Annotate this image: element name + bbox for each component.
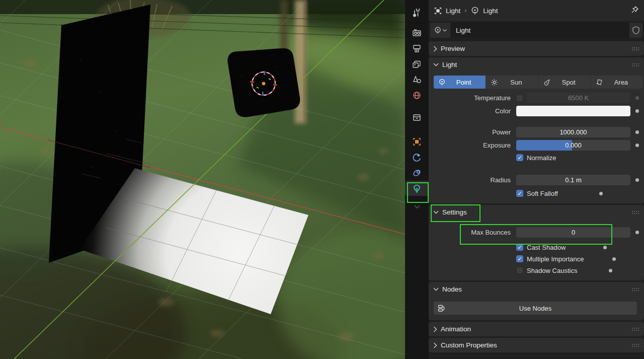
panel-drag-handle[interactable] <box>631 327 639 331</box>
breadcrumb: Light › Light <box>429 0 644 21</box>
output-icon <box>412 44 422 53</box>
normalize-label: Normalize <box>527 154 556 162</box>
power-row: Power 1000.000 <box>429 127 644 137</box>
panel-light: Light Point <box>429 57 644 203</box>
decorator-dot[interactable] <box>635 96 639 100</box>
normalize-checkbox[interactable] <box>516 154 523 161</box>
panel-title: Preview <box>441 45 465 52</box>
panel-settings-header[interactable]: Settings <box>429 205 644 220</box>
panel-nodes: Nodes Use Nodes <box>429 282 644 320</box>
shadow-caustics-checkbox[interactable] <box>516 267 523 274</box>
decorator-dot[interactable] <box>635 143 639 147</box>
pin-icon[interactable] <box>630 5 639 17</box>
panel-custom-properties: Custom Properties <box>429 338 644 352</box>
decorator-dot[interactable] <box>609 269 612 272</box>
render-icon <box>412 28 422 38</box>
more-tabs-chevron[interactable] <box>405 202 429 211</box>
decorator-dot[interactable] <box>635 109 639 113</box>
breadcrumb-object[interactable]: Light <box>446 7 460 15</box>
decorator-dot[interactable] <box>599 192 603 195</box>
breadcrumb-separator: › <box>464 7 466 14</box>
panel-title: Nodes <box>442 285 462 293</box>
tab-render[interactable] <box>405 25 429 40</box>
tab-tool[interactable] <box>405 6 429 21</box>
decorator-dot[interactable] <box>635 130 639 134</box>
datablock-name-field[interactable]: Light <box>451 23 629 38</box>
tab-output[interactable] <box>405 41 429 56</box>
use-nodes-label: Use Nodes <box>434 305 637 312</box>
panel-drag-handle[interactable] <box>631 63 639 66</box>
multiple-importance-row: Multiple Importance <box>516 254 644 263</box>
id-block-row: Light <box>430 23 642 38</box>
object-icon <box>434 7 442 15</box>
panel-animation-header[interactable]: Animation <box>429 322 644 336</box>
cast-shadow-checkbox[interactable] <box>516 244 523 251</box>
light-icon <box>470 6 479 15</box>
cast-shadow-row: Cast Shadow <box>516 243 644 252</box>
cast-shadow-label: Cast Shadow <box>527 244 566 251</box>
soft-falloff-row: Soft Falloff <box>516 189 644 198</box>
decorator-dot[interactable] <box>612 257 616 261</box>
fake-user-toggle[interactable] <box>629 23 642 38</box>
panel-custom-properties-header[interactable]: Custom Properties <box>429 338 644 352</box>
max-bounces-label: Max Bounces <box>429 229 511 236</box>
properties-editor: Light › Light <box>429 0 644 359</box>
spot-light-icon <box>543 79 551 86</box>
exposure-slider[interactable]: 0.000 <box>516 140 630 151</box>
max-bounces-row: Max Bounces 0 <box>429 227 644 238</box>
light-type-sun[interactable]: Sun <box>486 76 538 89</box>
collection-icon <box>412 113 422 122</box>
temperature-label: Temperature <box>429 94 511 102</box>
light-type-label: Sun <box>502 79 538 86</box>
constraints-icon <box>412 168 422 178</box>
tab-constraints[interactable] <box>405 165 429 180</box>
light-type-point[interactable]: Point <box>434 76 486 89</box>
light-type-area[interactable]: Area <box>591 76 643 89</box>
max-bounces-field[interactable]: 0 <box>516 227 630 238</box>
tab-light-data[interactable] <box>405 181 429 196</box>
soft-falloff-checkbox[interactable] <box>516 190 523 197</box>
panel-drag-handle[interactable] <box>631 343 639 347</box>
panel-nodes-header[interactable]: Nodes <box>429 282 644 297</box>
decorator-dot[interactable] <box>635 231 639 234</box>
use-nodes-button[interactable]: Use Nodes <box>434 302 637 315</box>
decorator-dot[interactable] <box>603 246 607 249</box>
tab-object[interactable] <box>405 134 429 149</box>
radius-label: Radius <box>429 176 511 184</box>
normalize-row: Normalize <box>516 153 644 162</box>
multiple-importance-checkbox[interactable] <box>516 255 523 262</box>
id-type-selector[interactable] <box>430 23 450 38</box>
light-origin-dot <box>262 82 266 86</box>
shadow-caustics-label: Shadow Caustics <box>527 267 577 274</box>
tab-view-layer[interactable] <box>405 56 429 71</box>
multiple-importance-label: Multiple Importance <box>527 255 584 263</box>
decorator-dot[interactable] <box>635 178 639 182</box>
breadcrumb-light-data[interactable]: Light <box>483 7 498 15</box>
panel-light-header[interactable]: Light <box>429 57 644 72</box>
tab-collection[interactable] <box>405 110 429 125</box>
view-layer-icon <box>412 59 422 69</box>
panel-drag-handle[interactable] <box>631 210 639 214</box>
light-type-spot[interactable]: Spot <box>539 76 591 89</box>
chevron-right-icon <box>433 342 437 348</box>
light-icon <box>434 26 442 34</box>
panel-drag-handle[interactable] <box>631 47 639 50</box>
scene-icon <box>412 75 422 85</box>
temperature-field[interactable]: 6500 K <box>527 93 630 103</box>
chevron-down-icon <box>433 210 439 214</box>
tab-scene[interactable] <box>405 72 429 87</box>
radius-field[interactable]: 0.1 m <box>516 175 630 185</box>
temperature-checkbox[interactable] <box>516 95 523 102</box>
sun-icon <box>491 79 498 86</box>
color-swatch[interactable] <box>516 106 630 116</box>
tab-physics[interactable] <box>405 150 429 165</box>
panel-drag-handle[interactable] <box>631 288 639 291</box>
tab-world[interactable] <box>405 88 429 103</box>
physics-icon <box>412 153 422 162</box>
3d-viewport[interactable] <box>0 0 405 359</box>
radius-row: Radius 0.1 m <box>429 175 644 185</box>
color-row: Color <box>429 106 644 116</box>
blender-window: Light › Light <box>0 0 644 359</box>
power-field[interactable]: 1000.000 <box>516 127 630 137</box>
panel-preview-header[interactable]: Preview <box>429 41 644 56</box>
